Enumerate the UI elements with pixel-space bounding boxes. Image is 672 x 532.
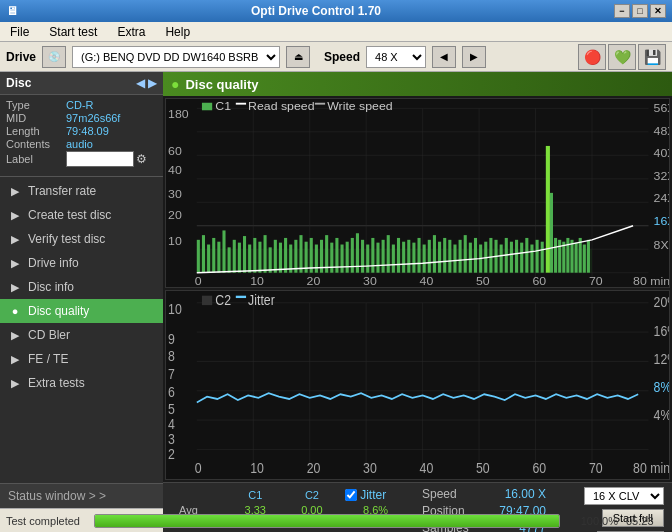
svg-rect-21 (217, 242, 220, 273)
svg-rect-88 (558, 240, 561, 273)
sidebar-label-disc-info: Disc info (28, 280, 74, 294)
sidebar-label-disc-quality: Disc quality (28, 304, 89, 318)
eject-button[interactable]: ⏏ (286, 46, 310, 68)
app-title: Opti Drive Control 1.70 (251, 4, 381, 18)
svg-rect-84 (541, 242, 544, 273)
divider-1 (0, 176, 163, 177)
sidebar-item-cd-bler[interactable]: ▶ CD Bler (0, 323, 163, 347)
svg-text:5: 5 (168, 401, 175, 417)
svg-text:40: 40 (168, 164, 182, 177)
svg-text:Write speed: Write speed (327, 100, 392, 113)
content-area: ● Disc quality (163, 72, 672, 508)
col-header-c1: C1 (224, 487, 287, 503)
menu-bar: File Start test Extra Help (0, 22, 672, 42)
speed-val: 16.00 X (505, 487, 546, 501)
svg-rect-24 (233, 240, 236, 273)
progress-bar (94, 514, 560, 528)
svg-text:3: 3 (168, 431, 175, 447)
label-input[interactable] (66, 151, 134, 167)
sidebar-item-extra-tests[interactable]: ▶ Extra tests (0, 371, 163, 395)
disc-arrow[interactable]: ◀ ▶ (136, 76, 157, 90)
svg-rect-54 (387, 235, 390, 273)
progress-percentage: 100.0% (568, 515, 618, 527)
menu-start-test[interactable]: Start test (43, 23, 103, 41)
app-icon: 🖥 (6, 4, 18, 18)
speed-left-button[interactable]: ◀ (432, 46, 456, 68)
sidebar-label-extra-tests: Extra tests (28, 376, 85, 390)
svg-rect-37 (299, 235, 302, 273)
jitter-checkbox[interactable] (345, 489, 357, 501)
sidebar-label-transfer-rate: Transfer rate (28, 184, 96, 198)
disc-section-header: Disc ◀ ▶ (0, 72, 163, 95)
speed-select[interactable]: 48 X (366, 46, 426, 68)
close-button[interactable]: ✕ (650, 4, 666, 18)
title-bar: 🖥 Opti Drive Control 1.70 − □ ✕ (0, 0, 672, 22)
svg-text:20: 20 (307, 274, 321, 286)
menu-extra[interactable]: Extra (111, 23, 151, 41)
cd-bler-icon: ▶ (8, 329, 22, 342)
svg-text:10: 10 (168, 234, 182, 247)
drive-select[interactable]: (G:) BENQ DVD DD DW1640 BSRB (72, 46, 280, 68)
verify-test-icon: ▶ (8, 233, 22, 246)
svg-rect-70 (469, 243, 472, 273)
speed-row: Speed 16.00 X (422, 487, 546, 501)
svg-text:24X: 24X (654, 192, 669, 205)
minimize-button[interactable]: − (614, 4, 630, 18)
svg-text:2: 2 (168, 446, 175, 462)
disc-quality-icon: ● (8, 305, 22, 317)
extra-tests-icon: ▶ (8, 377, 22, 390)
svg-rect-66 (448, 240, 451, 273)
sidebar-item-disc-info[interactable]: ▶ Disc info (0, 275, 163, 299)
svg-text:12%: 12% (654, 351, 669, 367)
gear-icon[interactable]: ⚙ (136, 152, 147, 166)
svg-rect-23 (228, 247, 231, 272)
sidebar-item-fe-te[interactable]: ▶ FE / TE (0, 347, 163, 371)
svg-rect-59 (412, 243, 415, 273)
chart-area: 56X 48X 40X 32X 24X 16X 8X 180 60 40 30 … (163, 96, 672, 482)
svg-text:56X: 56X (654, 102, 669, 115)
mid-key: MID (6, 112, 66, 124)
toolbar-icon-3[interactable]: 💾 (638, 44, 666, 70)
svg-text:16X: 16X (654, 214, 669, 227)
status-window-button[interactable]: Status window > > (0, 483, 163, 508)
type-value: CD-R (66, 99, 94, 111)
svg-text:9: 9 (168, 331, 175, 347)
svg-text:20: 20 (168, 209, 182, 222)
menu-help[interactable]: Help (159, 23, 196, 41)
speed-right-button[interactable]: ▶ (462, 46, 486, 68)
svg-rect-93 (579, 238, 582, 273)
length-key: Length (6, 125, 66, 137)
toolbar-icon-1[interactable]: 🔴 (578, 44, 606, 70)
drive-icon: 💿 (42, 46, 66, 68)
svg-rect-19 (207, 245, 210, 273)
menu-file[interactable]: File (4, 23, 35, 41)
svg-rect-68 (459, 240, 462, 273)
svg-rect-79 (515, 240, 518, 273)
svg-text:6: 6 (168, 384, 175, 400)
svg-text:0: 0 (195, 274, 202, 286)
svg-text:30: 30 (363, 274, 377, 286)
sidebar-item-drive-info[interactable]: ▶ Drive info (0, 251, 163, 275)
svg-text:80 min: 80 min (633, 460, 669, 476)
svg-text:8X: 8X (654, 239, 669, 252)
svg-text:50: 50 (476, 274, 490, 286)
sidebar-item-disc-quality[interactable]: ● Disc quality (0, 299, 163, 323)
restore-button[interactable]: □ (632, 4, 648, 18)
sidebar-item-transfer-rate[interactable]: ▶ Transfer rate (0, 179, 163, 203)
svg-text:C1: C1 (215, 100, 231, 113)
main-layout: Disc ◀ ▶ Type CD-R MID 97m26s66f Length … (0, 72, 672, 508)
sidebar-item-create-test-disc[interactable]: ▶ Create test disc (0, 203, 163, 227)
svg-rect-90 (566, 238, 569, 273)
sidebar-item-verify-test-disc[interactable]: ▶ Verify test disc (0, 227, 163, 251)
toolbar-icon-2[interactable]: 💚 (608, 44, 636, 70)
sidebar-label-drive-info: Drive info (28, 256, 79, 270)
svg-text:48X: 48X (654, 124, 669, 137)
svg-text:20: 20 (307, 460, 321, 476)
svg-rect-85 (546, 146, 550, 273)
svg-rect-120 (236, 103, 246, 105)
svg-text:40X: 40X (654, 147, 669, 160)
speed-dropdown[interactable]: 16 X CLV (584, 487, 664, 505)
mid-value: 97m26s66f (66, 112, 120, 124)
type-key: Type (6, 99, 66, 111)
status-window-label: Status window > > (8, 489, 106, 503)
